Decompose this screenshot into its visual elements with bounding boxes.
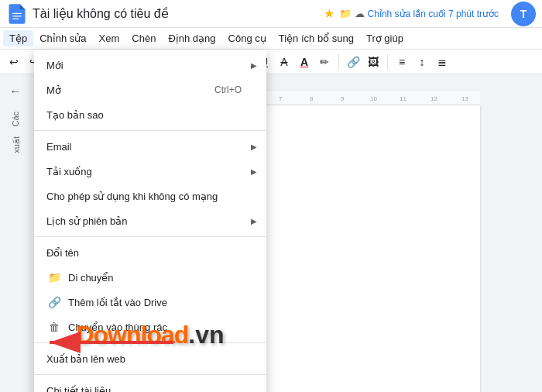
sidebar-label-cac: Các bbox=[11, 112, 20, 127]
move-label: Di chuyển bbox=[68, 272, 114, 284]
menu-trash[interactable]: 🗑 Chuyển vào thùng rác bbox=[34, 315, 266, 339]
cloud-icon: ☁ bbox=[355, 8, 365, 19]
link-button[interactable]: 🔗 bbox=[344, 53, 362, 71]
svg-rect-2 bbox=[12, 18, 19, 19]
publish-label: Xuất bản lên web bbox=[46, 353, 125, 365]
shortcut-icon: 🔗 bbox=[46, 296, 62, 308]
folder-icon: 📁 bbox=[339, 8, 352, 19]
menu-history[interactable]: Lịch sử phiên bản bbox=[34, 208, 266, 233]
download-label: Tải xuống bbox=[46, 166, 92, 177]
line-spacing-button[interactable]: ↕ bbox=[413, 53, 431, 71]
highlight-button[interactable]: ✏ bbox=[315, 53, 334, 71]
menu-email[interactable]: Email bbox=[34, 134, 266, 159]
email-label: Email bbox=[46, 141, 72, 153]
svg-rect-0 bbox=[12, 12, 22, 13]
sep-3 bbox=[34, 342, 266, 343]
document-title[interactable]: Tài liệu không có tiêu đề bbox=[33, 6, 324, 21]
open-shortcut: Ctrl+O bbox=[214, 84, 242, 95]
menu-item-chinhdua[interactable]: Chỉnh sửa bbox=[33, 30, 92, 46]
copy-label: Tạo bản sao bbox=[46, 109, 104, 121]
sep-1 bbox=[34, 130, 266, 131]
svg-text:7: 7 bbox=[279, 95, 283, 102]
align-button[interactable]: ≡ bbox=[393, 53, 411, 71]
menu-item-tep[interactable]: Tệp bbox=[3, 30, 33, 46]
menu-rename[interactable]: Đổi tên bbox=[34, 240, 266, 265]
menu-item-trogiup[interactable]: Trợ giúp bbox=[360, 30, 410, 46]
menu-download[interactable]: Tải xuống bbox=[34, 159, 266, 184]
menu-open[interactable]: Mở Ctrl+O bbox=[34, 77, 266, 102]
svg-text:9: 9 bbox=[341, 95, 345, 102]
image-button[interactable]: 🖼 bbox=[364, 53, 382, 71]
undo-button[interactable]: ↩ bbox=[5, 53, 23, 71]
menu-bar: Tệp Chỉnh sửa Xem Chèn Định dạng Công cụ… bbox=[0, 28, 542, 50]
menu-details[interactable]: Chi tiết tài liệu bbox=[34, 378, 266, 392]
sidebar-label-xuat: xuất bbox=[11, 136, 21, 153]
toolbar-sep-5 bbox=[387, 54, 388, 70]
svg-text:12: 12 bbox=[431, 95, 437, 102]
menu-item-congtool[interactable]: Công cụ bbox=[222, 30, 273, 46]
trash-label: Chuyển vào thùng rác bbox=[68, 322, 167, 333]
shortcut-label: Thêm lối tắt vào Drive bbox=[68, 297, 167, 308]
svg-text:11: 11 bbox=[400, 95, 406, 102]
back-button[interactable]: ← bbox=[5, 81, 26, 102]
list-button[interactable]: ≣ bbox=[433, 53, 451, 71]
sep-4 bbox=[34, 374, 266, 375]
menu-publish[interactable]: Xuất bản lên web bbox=[34, 346, 266, 371]
star-icon[interactable]: ★ bbox=[324, 6, 334, 21]
menu-copy[interactable]: Tạo bản sao bbox=[34, 102, 266, 127]
sep-2 bbox=[34, 236, 266, 237]
strikethrough-button[interactable]: A bbox=[275, 53, 293, 71]
app-icon bbox=[6, 3, 28, 25]
menu-item-chen[interactable]: Chèn bbox=[125, 30, 162, 46]
open-label: Mở bbox=[46, 84, 214, 96]
menu-shortcut[interactable]: 🔗 Thêm lối tắt vào Drive bbox=[34, 290, 266, 315]
svg-rect-1 bbox=[12, 15, 22, 16]
font-color-button[interactable]: A bbox=[295, 53, 314, 71]
menu-item-dinhdang[interactable]: Định dạng bbox=[162, 30, 221, 46]
title-bar: Tài liệu không có tiêu đề ★ 📁 ☁ Chỉnh sử… bbox=[0, 0, 542, 28]
details-label: Chi tiết tài liệu bbox=[46, 385, 111, 393]
rename-label: Đổi tên bbox=[46, 247, 79, 259]
svg-text:8: 8 bbox=[310, 95, 314, 102]
menu-move[interactable]: 📁 Di chuyển bbox=[34, 265, 266, 290]
offline-label: Cho phép sử dụng khi không có mạng bbox=[46, 191, 218, 202]
menu-new[interactable]: Mới bbox=[34, 53, 266, 77]
menu-item-xem[interactable]: Xem bbox=[93, 30, 126, 46]
new-label: Mới bbox=[46, 60, 63, 71]
menu-offline[interactable]: Cho phép sử dụng khi không có mạng bbox=[34, 184, 266, 208]
left-sidebar: ← Các xuất bbox=[0, 74, 31, 392]
menu-item-tienich[interactable]: Tiện ích bổ sung bbox=[273, 30, 360, 46]
trash-icon: 🗑 bbox=[46, 321, 62, 333]
history-label: Lịch sử phiên bản bbox=[46, 215, 128, 227]
folder-icon: 📁 bbox=[46, 271, 62, 284]
file-dropdown-menu[interactable]: Mới Mở Ctrl+O Tạo bản sao Email Tải xuốn… bbox=[34, 50, 266, 392]
edit-info: Chỉnh sửa lần cuối 7 phút trước bbox=[368, 9, 499, 19]
toolbar-sep-4 bbox=[338, 54, 339, 70]
svg-text:13: 13 bbox=[461, 95, 468, 102]
avatar[interactable]: T bbox=[511, 2, 536, 26]
svg-text:10: 10 bbox=[370, 95, 377, 102]
